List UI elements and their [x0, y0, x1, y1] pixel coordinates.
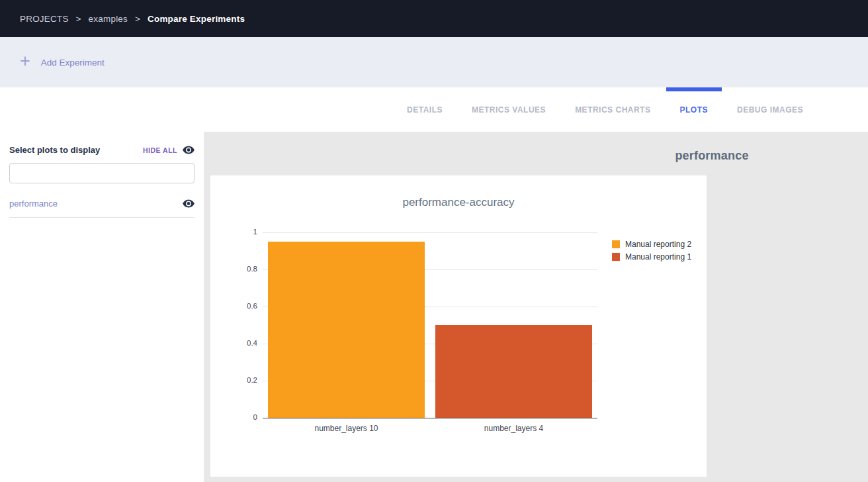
y-tick-label: 0.2 [226, 376, 257, 384]
breadcrumb-separator: > [135, 14, 140, 24]
plot-list: performance [9, 193, 195, 218]
tab-metrics-charts[interactable]: METRICS CHARTS [560, 87, 665, 132]
y-tick-label: 0.6 [226, 302, 257, 310]
x-tick-label: number_layers 10 [263, 424, 430, 433]
breadcrumb: PROJECTS > examples > Compare Experiment… [20, 14, 245, 24]
eye-icon [183, 146, 195, 154]
plot-item-label[interactable]: performance [9, 199, 58, 209]
experiment-toolbar: + Add Experiment [0, 37, 868, 87]
legend-swatch-icon [612, 240, 620, 248]
tab-label: DEBUG IMAGES [737, 105, 803, 115]
chart-area: 00.20.40.60.81number_layers 10number_lay… [210, 175, 707, 477]
content-area: Select plots to display HIDE ALL perform… [0, 132, 868, 482]
legend-swatch-icon [612, 253, 620, 261]
tab-label: PLOTS [679, 105, 708, 115]
plus-icon: + [20, 52, 30, 70]
add-experiment-button[interactable]: + Add Experiment [20, 54, 105, 70]
add-experiment-label: Add Experiment [41, 58, 105, 68]
tab-metrics-values[interactable]: METRICS VALUES [457, 87, 560, 132]
active-tab-indicator [666, 87, 722, 91]
sidebar-title: Select plots to display [9, 145, 100, 155]
y-tick-label: 0 [226, 413, 257, 421]
legend-label: Manual reporting 2 [625, 240, 691, 249]
tab-details[interactable]: DETAILS [392, 87, 457, 132]
breadcrumb-separator: > [76, 14, 81, 24]
legend-item[interactable]: Manual reporting 1 [612, 252, 691, 262]
breadcrumb-examples[interactable]: examples [89, 14, 128, 24]
x-axis-line [263, 418, 597, 418]
tab-label: METRICS CHARTS [575, 105, 650, 115]
hide-all-button[interactable]: HIDE ALL [143, 146, 195, 154]
hide-all-label: HIDE ALL [143, 146, 177, 154]
y-tick-label: 1 [226, 228, 257, 236]
tab-label: DETAILS [407, 105, 443, 115]
y-tick-label: 0.8 [226, 265, 257, 273]
legend-label: Manual reporting 1 [625, 252, 691, 262]
eye-icon[interactable] [183, 199, 195, 208]
y-tick-label: 0.4 [226, 339, 257, 347]
plot-list-item: performance [9, 193, 195, 218]
bar-number_layers-4 [435, 325, 592, 418]
plot-group-title: performance [675, 149, 748, 163]
plots-panel: performance performance-accuracy 00.20.4… [204, 132, 868, 482]
legend-item[interactable]: Manual reporting 2 [612, 240, 691, 249]
gridline [263, 232, 597, 233]
top-navbar: PROJECTS > examples > Compare Experiment… [0, 0, 868, 37]
sidebar-header: Select plots to display HIDE ALL [9, 145, 195, 155]
tab-plots[interactable]: PLOTS [665, 87, 722, 132]
bar-number_layers-10 [268, 242, 425, 418]
breadcrumb-current-page: Compare Experiments [148, 14, 245, 24]
tab-label: METRICS VALUES [472, 105, 546, 115]
tab-bar: DETAILSMETRICS VALUESMETRICS CHARTSPLOTS… [0, 87, 868, 132]
breadcrumb-projects[interactable]: PROJECTS [20, 14, 69, 24]
tab-debug-images[interactable]: DEBUG IMAGES [722, 87, 818, 132]
plot-card: performance-accuracy 00.20.40.60.81numbe… [210, 175, 707, 477]
x-tick-label: number_layers 4 [430, 424, 597, 433]
plot-filter-input[interactable] [9, 163, 195, 183]
plots-sidebar: Select plots to display HIDE ALL perform… [0, 132, 204, 482]
